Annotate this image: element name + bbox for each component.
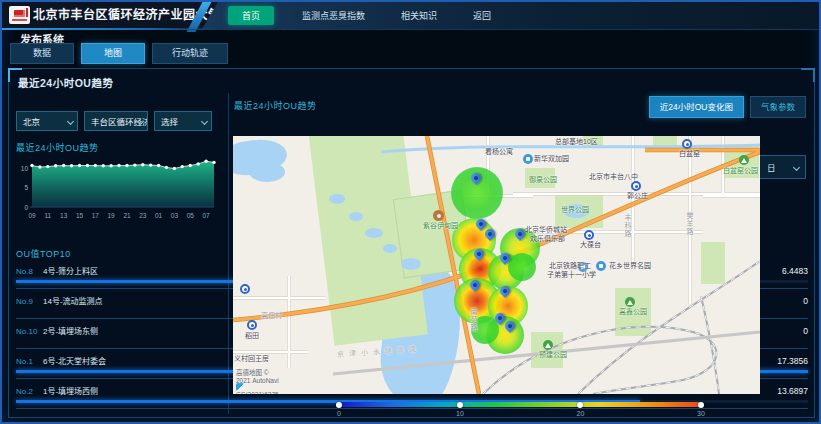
ou-value: 0 [803,326,808,336]
metro-map-icon[interactable] [682,139,692,149]
chevron-down-icon [201,118,208,125]
nav-item-1[interactable]: 首页 [228,6,274,25]
map-label: 北京华侨城站 [525,226,567,234]
park-map-icon[interactable] [543,340,553,350]
map-label: 新华双加园 [534,155,569,163]
rank-label: No.8 [16,267,43,276]
map-label: 紫谷伊甸园 [423,222,458,230]
app-logo-icon [9,6,30,24]
svg-text:19: 19 [107,212,115,219]
rank-label: No.9 [16,297,43,306]
heatmap-legend: 0102030 [339,400,701,418]
weather-params-button[interactable]: 气象参数 [750,96,806,118]
city-dropdown[interactable]: 北京 [16,111,78,131]
svg-text:05: 05 [187,212,195,219]
poi-map-icon[interactable] [596,261,606,271]
metro-map-icon[interactable] [247,320,257,330]
rank-label: No.1 [16,357,43,366]
map-label: 看杨公寓 [485,148,513,156]
metro-map-icon[interactable] [240,284,250,294]
main-nav: 首页监测点恶臭指数相关知识返回 [202,2,819,29]
map-label: 丰科路 [623,214,631,238]
map-label: 高鑫公园 [619,308,647,316]
site-dropdown[interactable]: 选择 [154,111,212,131]
svg-text:10: 10 [21,165,29,172]
dashboard-page: 北京市丰台区循环经济产业园大气恶臭状况实时 首页监测点恶臭指数相关知识返回 发布… [0,0,821,424]
tab-2[interactable]: 地图 [81,43,145,64]
svg-text:0: 0 [24,204,28,211]
map-attribution-text: 高德地图 © 2021 AutoNavi - GS(2021)6375号 [236,367,279,395]
map-label: 欢乐俱乐部 [530,235,565,243]
legend-marker [577,402,583,408]
chevron-down-icon [793,164,800,171]
site-dropdown-value: 选择 [161,117,178,127]
map-label: 樊羊路 [685,212,693,236]
nav-item-3[interactable]: 相关知识 [393,6,445,25]
map-period-dropdown[interactable]: 日 [756,155,806,179]
map-label: 子弟第十一小学 [547,271,596,279]
svg-text:21: 21 [123,212,131,219]
map-chart-title: 最近24小时OU趋势 [234,99,317,112]
rank-label: No.2 [16,387,43,396]
view-tabs: 数据地图行动轨迹 [10,43,228,64]
park-map-icon[interactable] [625,297,635,307]
legend-tick-label: 0 [337,410,341,417]
svg-text:11: 11 [44,212,51,219]
brown-map-icon[interactable] [433,210,444,221]
ou-trend-chart: 0510091113151719212301030507 [14,153,220,239]
map-label: 义村回王房 [234,355,269,363]
map-canvas[interactable]: 总部基地10区看杨公寓新华双加园御泉公园北京市丰台八中郭公庄白盆窑白盆窑公园樊羊… [233,136,760,394]
ou-value: 17.3856 [777,356,808,366]
metro-map-icon[interactable] [584,230,594,240]
nav-item-2[interactable]: 监测点恶臭指数 [294,6,373,25]
map-label: 世界公园 [561,206,589,214]
poi-map-icon[interactable] [523,154,533,164]
map-label: 御泉公园 [529,176,557,184]
header-divider-accent [2,28,217,30]
ou-value: 6.4483 [782,266,808,276]
park-map-icon[interactable] [739,155,749,165]
map-label: 白盆窑 [679,150,700,158]
map-label: 南苑路 [469,308,477,332]
map-label: 稻田 [245,332,259,340]
nav-item-4[interactable]: 返回 [465,6,499,25]
rank-label: No.10 [16,327,43,336]
map-label: 花乡世界名园 [609,262,651,270]
city-dropdown-value: 北京 [23,117,40,127]
legend-tick-label: 30 [697,410,705,417]
svg-text:5: 5 [24,184,28,191]
svg-text:23: 23 [139,212,147,219]
map-label: 白盆窑公园 [723,167,758,175]
map-label: 总部基地10区 [555,138,598,146]
legend-tick-label: 20 [577,410,585,417]
legend-tick-label: 10 [456,410,464,417]
ou-value: 13.6897 [777,386,808,396]
map-label: 郭公庄 [627,192,648,200]
map-label: 北京铁路职工 [549,262,591,270]
park-dropdown[interactable]: 丰台区循环经济产~ [84,111,148,131]
svg-text:09: 09 [28,212,36,219]
map-label: 高佃村 [261,312,282,320]
legend-gradient-bar [339,402,701,407]
panel-title: 最近24小时OU趋势 [18,75,113,90]
main-panel: 最近24小时OU趋势 北京 丰台区循环经济产~ 选择 最近24小时OU趋势 05… [8,68,815,418]
tab-1[interactable]: 数据 [10,43,74,64]
svg-text:17: 17 [92,212,100,219]
svg-text:07: 07 [202,212,210,219]
ou-change-chart-button[interactable]: 近24小时OU变化图 [649,96,744,118]
legend-marker [698,402,704,408]
chevron-down-icon [67,118,74,125]
tab-3[interactable]: 行动轨迹 [152,43,228,64]
svg-text:03: 03 [171,212,179,219]
ou-value: 0 [803,296,808,306]
map-label: 预建公园 [539,351,567,359]
svg-text:01: 01 [155,212,163,219]
map-attribution: 高德地图 © 2021 AutoNavi - GS(2021)6375号 [236,383,244,391]
map-buttons: 近24小时OU变化图 气象参数 [649,96,806,118]
legend-marker [336,402,342,408]
map-label: 北京市丰台八中 [589,173,638,181]
metro-map-icon[interactable] [631,181,641,191]
svg-text:13: 13 [60,212,68,219]
filter-row: 北京 丰台区循环经济产~ 选择 [16,111,212,131]
legend-marker [457,402,463,408]
